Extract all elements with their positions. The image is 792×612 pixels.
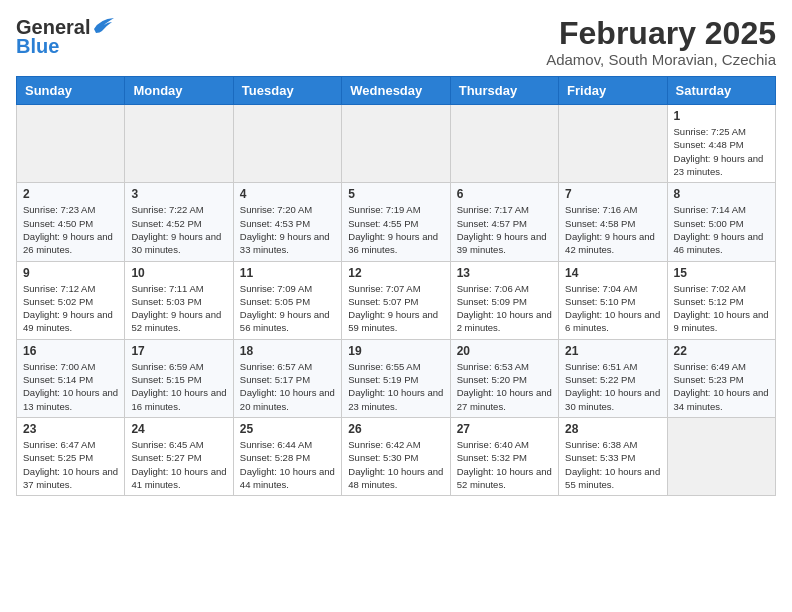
day-number: 11 bbox=[240, 266, 335, 280]
weekday-header: Monday bbox=[125, 77, 233, 105]
day-info: Sunrise: 7:20 AM Sunset: 4:53 PM Dayligh… bbox=[240, 203, 335, 256]
calendar-cell: 15Sunrise: 7:02 AM Sunset: 5:12 PM Dayli… bbox=[667, 261, 775, 339]
day-info: Sunrise: 7:00 AM Sunset: 5:14 PM Dayligh… bbox=[23, 360, 118, 413]
day-number: 18 bbox=[240, 344, 335, 358]
day-number: 22 bbox=[674, 344, 769, 358]
day-number: 5 bbox=[348, 187, 443, 201]
calendar-week-row: 16Sunrise: 7:00 AM Sunset: 5:14 PM Dayli… bbox=[17, 339, 776, 417]
day-number: 24 bbox=[131, 422, 226, 436]
day-number: 25 bbox=[240, 422, 335, 436]
day-number: 14 bbox=[565, 266, 660, 280]
day-info: Sunrise: 6:51 AM Sunset: 5:22 PM Dayligh… bbox=[565, 360, 660, 413]
day-number: 9 bbox=[23, 266, 118, 280]
calendar-cell bbox=[233, 105, 341, 183]
day-info: Sunrise: 7:02 AM Sunset: 5:12 PM Dayligh… bbox=[674, 282, 769, 335]
day-info: Sunrise: 7:22 AM Sunset: 4:52 PM Dayligh… bbox=[131, 203, 226, 256]
calendar-week-row: 9Sunrise: 7:12 AM Sunset: 5:02 PM Daylig… bbox=[17, 261, 776, 339]
day-number: 12 bbox=[348, 266, 443, 280]
calendar-cell: 9Sunrise: 7:12 AM Sunset: 5:02 PM Daylig… bbox=[17, 261, 125, 339]
day-number: 19 bbox=[348, 344, 443, 358]
calendar-cell: 25Sunrise: 6:44 AM Sunset: 5:28 PM Dayli… bbox=[233, 417, 341, 495]
day-info: Sunrise: 6:57 AM Sunset: 5:17 PM Dayligh… bbox=[240, 360, 335, 413]
day-info: Sunrise: 7:23 AM Sunset: 4:50 PM Dayligh… bbox=[23, 203, 118, 256]
weekday-header: Tuesday bbox=[233, 77, 341, 105]
calendar-cell: 22Sunrise: 6:49 AM Sunset: 5:23 PM Dayli… bbox=[667, 339, 775, 417]
day-info: Sunrise: 7:07 AM Sunset: 5:07 PM Dayligh… bbox=[348, 282, 443, 335]
calendar-cell: 10Sunrise: 7:11 AM Sunset: 5:03 PM Dayli… bbox=[125, 261, 233, 339]
calendar-cell: 13Sunrise: 7:06 AM Sunset: 5:09 PM Dayli… bbox=[450, 261, 558, 339]
calendar-table: SundayMondayTuesdayWednesdayThursdayFrid… bbox=[16, 76, 776, 496]
calendar-cell: 28Sunrise: 6:38 AM Sunset: 5:33 PM Dayli… bbox=[559, 417, 667, 495]
calendar-cell: 23Sunrise: 6:47 AM Sunset: 5:25 PM Dayli… bbox=[17, 417, 125, 495]
calendar-cell: 19Sunrise: 6:55 AM Sunset: 5:19 PM Dayli… bbox=[342, 339, 450, 417]
day-number: 13 bbox=[457, 266, 552, 280]
calendar-cell: 4Sunrise: 7:20 AM Sunset: 4:53 PM Daylig… bbox=[233, 183, 341, 261]
calendar-cell: 2Sunrise: 7:23 AM Sunset: 4:50 PM Daylig… bbox=[17, 183, 125, 261]
day-number: 21 bbox=[565, 344, 660, 358]
weekday-header: Saturday bbox=[667, 77, 775, 105]
month-title: February 2025 bbox=[546, 16, 776, 51]
day-info: Sunrise: 6:59 AM Sunset: 5:15 PM Dayligh… bbox=[131, 360, 226, 413]
calendar-cell: 27Sunrise: 6:40 AM Sunset: 5:32 PM Dayli… bbox=[450, 417, 558, 495]
calendar-cell bbox=[17, 105, 125, 183]
day-number: 16 bbox=[23, 344, 118, 358]
calendar-cell: 16Sunrise: 7:00 AM Sunset: 5:14 PM Dayli… bbox=[17, 339, 125, 417]
calendar-week-row: 23Sunrise: 6:47 AM Sunset: 5:25 PM Dayli… bbox=[17, 417, 776, 495]
calendar-cell: 1Sunrise: 7:25 AM Sunset: 4:48 PM Daylig… bbox=[667, 105, 775, 183]
calendar-cell bbox=[667, 417, 775, 495]
calendar-cell: 18Sunrise: 6:57 AM Sunset: 5:17 PM Dayli… bbox=[233, 339, 341, 417]
day-info: Sunrise: 6:47 AM Sunset: 5:25 PM Dayligh… bbox=[23, 438, 118, 491]
calendar-cell: 3Sunrise: 7:22 AM Sunset: 4:52 PM Daylig… bbox=[125, 183, 233, 261]
day-info: Sunrise: 6:45 AM Sunset: 5:27 PM Dayligh… bbox=[131, 438, 226, 491]
location-title: Adamov, South Moravian, Czechia bbox=[546, 51, 776, 68]
calendar-cell: 21Sunrise: 6:51 AM Sunset: 5:22 PM Dayli… bbox=[559, 339, 667, 417]
day-info: Sunrise: 7:04 AM Sunset: 5:10 PM Dayligh… bbox=[565, 282, 660, 335]
day-info: Sunrise: 6:38 AM Sunset: 5:33 PM Dayligh… bbox=[565, 438, 660, 491]
logo: General Blue bbox=[16, 16, 114, 58]
day-info: Sunrise: 7:11 AM Sunset: 5:03 PM Dayligh… bbox=[131, 282, 226, 335]
calendar-cell bbox=[342, 105, 450, 183]
day-info: Sunrise: 7:12 AM Sunset: 5:02 PM Dayligh… bbox=[23, 282, 118, 335]
day-info: Sunrise: 7:06 AM Sunset: 5:09 PM Dayligh… bbox=[457, 282, 552, 335]
calendar-cell: 5Sunrise: 7:19 AM Sunset: 4:55 PM Daylig… bbox=[342, 183, 450, 261]
day-info: Sunrise: 7:25 AM Sunset: 4:48 PM Dayligh… bbox=[674, 125, 769, 178]
day-number: 6 bbox=[457, 187, 552, 201]
day-info: Sunrise: 7:17 AM Sunset: 4:57 PM Dayligh… bbox=[457, 203, 552, 256]
day-number: 3 bbox=[131, 187, 226, 201]
day-number: 7 bbox=[565, 187, 660, 201]
weekday-header: Wednesday bbox=[342, 77, 450, 105]
calendar-cell bbox=[125, 105, 233, 183]
weekday-header: Thursday bbox=[450, 77, 558, 105]
calendar-week-row: 2Sunrise: 7:23 AM Sunset: 4:50 PM Daylig… bbox=[17, 183, 776, 261]
page-header: General Blue February 2025 Adamov, South… bbox=[16, 16, 776, 68]
calendar-cell: 6Sunrise: 7:17 AM Sunset: 4:57 PM Daylig… bbox=[450, 183, 558, 261]
calendar-cell: 8Sunrise: 7:14 AM Sunset: 5:00 PM Daylig… bbox=[667, 183, 775, 261]
title-block: February 2025 Adamov, South Moravian, Cz… bbox=[546, 16, 776, 68]
day-number: 23 bbox=[23, 422, 118, 436]
day-number: 4 bbox=[240, 187, 335, 201]
calendar-cell bbox=[559, 105, 667, 183]
day-info: Sunrise: 7:09 AM Sunset: 5:05 PM Dayligh… bbox=[240, 282, 335, 335]
logo-bird-icon bbox=[92, 17, 114, 35]
day-info: Sunrise: 7:16 AM Sunset: 4:58 PM Dayligh… bbox=[565, 203, 660, 256]
calendar-cell: 26Sunrise: 6:42 AM Sunset: 5:30 PM Dayli… bbox=[342, 417, 450, 495]
day-info: Sunrise: 6:53 AM Sunset: 5:20 PM Dayligh… bbox=[457, 360, 552, 413]
day-info: Sunrise: 6:44 AM Sunset: 5:28 PM Dayligh… bbox=[240, 438, 335, 491]
day-number: 20 bbox=[457, 344, 552, 358]
weekday-header: Friday bbox=[559, 77, 667, 105]
calendar-cell: 17Sunrise: 6:59 AM Sunset: 5:15 PM Dayli… bbox=[125, 339, 233, 417]
day-info: Sunrise: 6:42 AM Sunset: 5:30 PM Dayligh… bbox=[348, 438, 443, 491]
calendar-cell: 7Sunrise: 7:16 AM Sunset: 4:58 PM Daylig… bbox=[559, 183, 667, 261]
day-info: Sunrise: 7:14 AM Sunset: 5:00 PM Dayligh… bbox=[674, 203, 769, 256]
calendar-cell bbox=[450, 105, 558, 183]
logo-blue: Blue bbox=[16, 35, 59, 58]
day-info: Sunrise: 7:19 AM Sunset: 4:55 PM Dayligh… bbox=[348, 203, 443, 256]
weekday-header: Sunday bbox=[17, 77, 125, 105]
calendar-cell: 14Sunrise: 7:04 AM Sunset: 5:10 PM Dayli… bbox=[559, 261, 667, 339]
calendar-cell: 20Sunrise: 6:53 AM Sunset: 5:20 PM Dayli… bbox=[450, 339, 558, 417]
day-number: 27 bbox=[457, 422, 552, 436]
day-number: 1 bbox=[674, 109, 769, 123]
calendar-header-row: SundayMondayTuesdayWednesdayThursdayFrid… bbox=[17, 77, 776, 105]
calendar-cell: 11Sunrise: 7:09 AM Sunset: 5:05 PM Dayli… bbox=[233, 261, 341, 339]
day-number: 28 bbox=[565, 422, 660, 436]
